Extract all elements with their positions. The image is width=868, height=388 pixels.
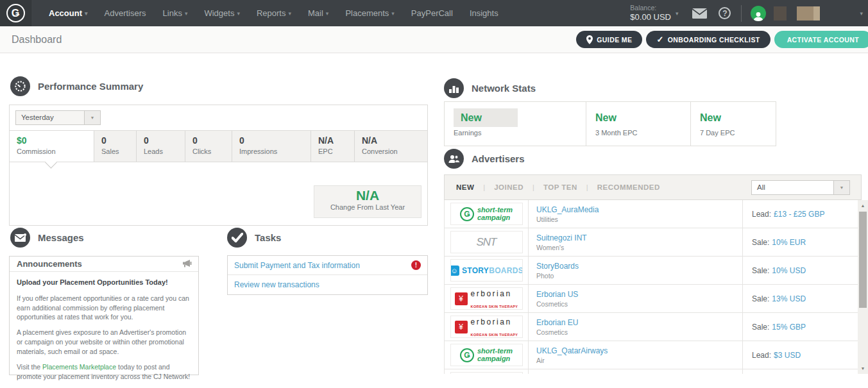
task-row: Review new transactions [228,275,427,294]
advertiser-category: Women's [536,244,742,251]
section-title: Messages [38,232,84,243]
task-link-payment-tax[interactable]: Submit Payment and Tax information [234,261,360,270]
megaphone-icon[interactable] [182,260,192,268]
section-title: Performance Summary [38,81,143,92]
mail-icon[interactable] [692,8,707,19]
nav-links[interactable]: Links▾ [155,8,196,18]
table-row: ¥ erborianKOREAN SKIN THERAPY Erborian U… [445,285,858,313]
advertiser-category: Photo [536,272,742,280]
advertiser-logo[interactable]: ¥ erborianKOREAN SKIN THERAPY [450,316,523,338]
network-stat-earnings: New Earnings [445,102,586,146]
placements-marketplace-link[interactable]: Placements Marketplace [42,363,116,371]
stat-clicks[interactable]: 0 Clicks [185,131,232,162]
tab-joined[interactable]: JOINED [494,183,523,191]
help-icon[interactable]: ? [719,7,731,19]
people-icon [444,149,464,169]
advertiser-deal: Sale:10% EUR [743,228,858,256]
chevron-down-icon: ▾ [288,10,291,17]
advertiser-link[interactable]: UKLG_AuraMedia [536,205,742,214]
advertiser-link[interactable]: Erborian EU [536,318,742,327]
announcement-paragraph: A placement gives exposure to an Adverti… [17,328,191,357]
chevron-down-icon: ▾ [326,10,329,17]
tab-recommended[interactable]: RECOMMENDED [597,183,660,191]
advertiser-logo[interactable]: ¥ erborianKOREAN SKIN THERAPY [450,287,523,310]
alert-icon: ! [411,260,421,270]
balance-value: $0.00 USD [630,12,671,22]
table-row: DEK DEK... [445,369,858,374]
stat-impressions[interactable]: 0 Impressions [232,131,311,162]
advertisers-scrollbar[interactable]: ▲ ▼ [858,200,868,374]
stat-leads[interactable]: 0 Leads [137,131,185,162]
advertiser-deal: Sale:15% GBP [743,313,858,341]
tab-top-ten[interactable]: TOP TEN [543,183,577,191]
nav-reports[interactable]: Reports▾ [248,8,300,18]
select-caret-icon: ▼ [833,181,849,194]
tab-new[interactable]: NEW [456,183,474,191]
advertiser-link[interactable]: Erborian US [536,290,742,299]
redacted-block [797,6,813,21]
announcement-paragraph: If you offer placement opportunities or … [17,294,191,323]
check-circle-icon [227,228,247,248]
activate-account-button[interactable]: ACTIVATE ACCOUNT [774,31,868,48]
category-filter-select[interactable]: All ▼ [751,180,850,195]
stat-commission[interactable]: $0 Commission [10,131,94,162]
section-title: Tasks [255,232,281,243]
period-select[interactable]: Yesterday ▼ [15,110,101,125]
stat-sales[interactable]: 0 Sales [94,131,137,162]
account-chevron-icon[interactable]: ▾ [860,10,863,17]
user-avatar-icon[interactable] [751,6,766,21]
scroll-up-icon[interactable]: ▲ [858,203,868,208]
advertisers-table: Ǥ short-termcampaign UKLG_AuraMedia Util… [444,200,858,374]
performance-summary-header: Performance Summary [10,76,143,96]
advertiser-logo[interactable]: SNT [450,231,523,253]
speech-bubble-icon: ☺ [450,266,460,276]
nav-account[interactable]: Account▾ [40,8,96,18]
advertiser-category: Utilities [536,215,742,223]
advertiser-deal: Sale:13% USD [743,285,858,312]
advertiser-deal: Sale:10% USD [743,257,858,284]
advertisers-tabbar: NEW | JOINED | TOP TEN | RECOMMENDED All… [444,174,862,200]
balance-display[interactable]: Balance: $0.00 USD [630,4,671,22]
table-row: Ǥ short-termcampaign UKLG_QatarAirways A… [445,341,858,369]
advertisers-header: Advertisers [444,149,525,169]
gauge-icon [10,76,30,96]
chevron-down-icon: ▾ [85,10,88,17]
advertiser-logo[interactable]: DEK [450,372,523,374]
scrollbar-thumb[interactable] [859,212,867,308]
guide-me-button[interactable]: GUIDE ME [576,31,642,48]
nav-advertisers[interactable]: Advertisers [96,8,155,18]
cj-logo[interactable]: Ǥ [0,0,31,26]
advertiser-category: Cosmetics [536,300,742,308]
nav-widgets[interactable]: Widgets▾ [196,8,248,18]
erborian-symbol-icon: ¥ [455,292,468,305]
table-row: ¥ erborianKOREAN SKIN THERAPY Erborian E… [445,313,858,341]
chevron-down-icon: ▾ [185,10,188,17]
advertiser-link[interactable]: Suitnegozi INT [536,233,742,242]
nav-insights[interactable]: Insights [461,8,507,18]
advertiser-link[interactable]: UKLG_QatarAirways [536,346,742,355]
nav-placements[interactable]: Placements▾ [337,8,402,18]
table-row: ☺ STORYBOARDS StoryBoards Photo Sale:10%… [445,257,858,285]
nav-paypercall[interactable]: PayPerCall [403,8,461,18]
stat-epc[interactable]: N/A EPC [311,131,355,162]
announcements-panel: Announcements Upload your Placement Oppo… [9,256,199,375]
task-link-review-transactions[interactable]: Review new transactions [234,280,319,289]
nav-mail[interactable]: Mail▾ [300,8,337,18]
tasks-panel: Submit Payment and Tax information ! Rev… [227,255,428,295]
advertiser-logo[interactable]: Ǥ short-termcampaign [450,344,523,366]
balance-chevron-icon[interactable]: ▾ [676,10,679,17]
divider [741,5,742,22]
onboarding-checklist-button[interactable]: ✓ ONBOARDING CHECKLIST [646,31,770,48]
balance-label: Balance: [630,4,671,12]
stat-conversion[interactable]: N/A Conversion [355,131,427,162]
advertiser-link[interactable]: StoryBoards [536,262,742,271]
network-stats-table: New Earnings New 3 Month EPC New 7 Day E… [444,101,776,146]
network-stat-7day-epc: New 7 Day EPC [691,102,776,146]
cj-glyph-icon: Ǥ [460,348,474,362]
advertiser-logo[interactable]: ☺ STORYBOARDS [450,259,523,282]
advertiser-logo[interactable]: Ǥ short-termcampaign [450,203,523,225]
top-nav: Ǥ Account▾ Advertisers Links▾ Widgets▾ R… [0,0,868,26]
page-header: Dashboard GUIDE ME ✓ ONBOARDING CHECKLIS… [0,26,868,53]
table-row: SNT Suitnegozi INT Women's Sale:10% EUR [445,228,858,257]
scroll-down-icon[interactable]: ▼ [858,366,868,371]
